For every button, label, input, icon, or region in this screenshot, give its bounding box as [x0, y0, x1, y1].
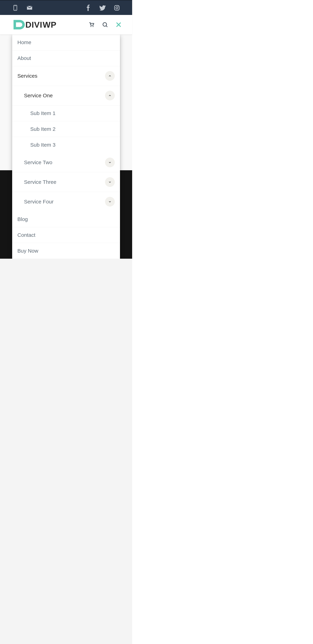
- submenu-services: Service One Sub Item 1 Sub Item 2 Sub It…: [12, 86, 120, 212]
- logo-mark-icon: [12, 18, 26, 32]
- menu-item-service-two[interactable]: Service Two: [12, 153, 120, 172]
- menu-item-buy-now[interactable]: Buy Now: [12, 243, 120, 259]
- subsubmenu-service-one: Sub Item 1 Sub Item 2 Sub Item 3: [12, 106, 120, 153]
- menu-item-about[interactable]: About: [12, 50, 120, 66]
- menu-item-service-four[interactable]: Service Four: [12, 192, 120, 212]
- menu-item-label: Contact: [18, 232, 35, 238]
- logo-text-divi: DIVI: [25, 20, 42, 30]
- menu-item-contact[interactable]: Contact: [12, 227, 120, 243]
- svg-point-6: [90, 26, 91, 27]
- svg-point-2: [15, 10, 16, 10]
- twitter-icon[interactable]: [100, 5, 106, 11]
- facebook-icon[interactable]: [85, 5, 92, 11]
- svg-point-7: [93, 26, 93, 27]
- email-icon[interactable]: [27, 5, 33, 11]
- chevron-down-icon[interactable]: [105, 177, 115, 187]
- menu-item-services[interactable]: Services: [12, 66, 120, 86]
- instagram-icon[interactable]: [114, 5, 120, 11]
- search-icon[interactable]: [102, 22, 108, 28]
- svg-rect-1: [15, 6, 16, 6]
- menu-item-label: Service One: [24, 92, 53, 98]
- page-wrapper: DIVI WP Home About Services: [0, 0, 132, 259]
- menu-item-blog[interactable]: Blog: [12, 212, 120, 227]
- topbar-left: [12, 5, 33, 11]
- menu-item-label: Service Two: [24, 160, 52, 166]
- menu-item-sub-item-3[interactable]: Sub Item 3: [12, 137, 120, 153]
- menu-item-label: Service Four: [24, 199, 54, 205]
- header-actions: [88, 22, 122, 28]
- mobile-menu-panel: Home About Services Service One Sub Item…: [12, 34, 120, 259]
- menu-item-label: About: [18, 55, 31, 61]
- menu-item-label: Buy Now: [18, 248, 38, 254]
- phone-icon[interactable]: [12, 5, 19, 11]
- svg-point-5: [118, 6, 119, 6]
- menu-item-service-one[interactable]: Service One: [12, 86, 120, 106]
- menu-item-label: Services: [18, 73, 37, 79]
- svg-point-8: [103, 22, 107, 26]
- logo-text-wp: WP: [43, 20, 56, 30]
- menu-item-sub-item-1[interactable]: Sub Item 1: [12, 106, 120, 121]
- chevron-up-icon[interactable]: [105, 91, 115, 100]
- cart-icon[interactable]: [88, 22, 95, 28]
- menu-item-label: Sub Item 2: [30, 126, 56, 132]
- menu-item-label: Sub Item 1: [30, 110, 56, 116]
- topbar: [0, 0, 132, 15]
- menu-item-label: Sub Item 3: [30, 142, 56, 148]
- header: DIVI WP: [0, 15, 132, 34]
- menu-item-label: Service Three: [24, 179, 56, 185]
- topbar-right: [85, 5, 120, 11]
- menu-item-sub-item-2[interactable]: Sub Item 2: [12, 121, 120, 137]
- chevron-down-icon[interactable]: [105, 197, 115, 206]
- menu-item-label: Home: [18, 40, 31, 45]
- chevron-down-icon[interactable]: [105, 158, 115, 167]
- logo[interactable]: DIVI WP: [12, 18, 57, 32]
- page-background: [132, 0, 313, 259]
- svg-point-4: [116, 7, 118, 9]
- svg-line-9: [106, 26, 108, 27]
- menu-item-label: Blog: [18, 216, 28, 222]
- menu-item-home[interactable]: Home: [12, 34, 120, 50]
- menu-item-service-three[interactable]: Service Three: [12, 172, 120, 192]
- chevron-up-icon[interactable]: [105, 71, 115, 81]
- close-icon[interactable]: [115, 22, 122, 28]
